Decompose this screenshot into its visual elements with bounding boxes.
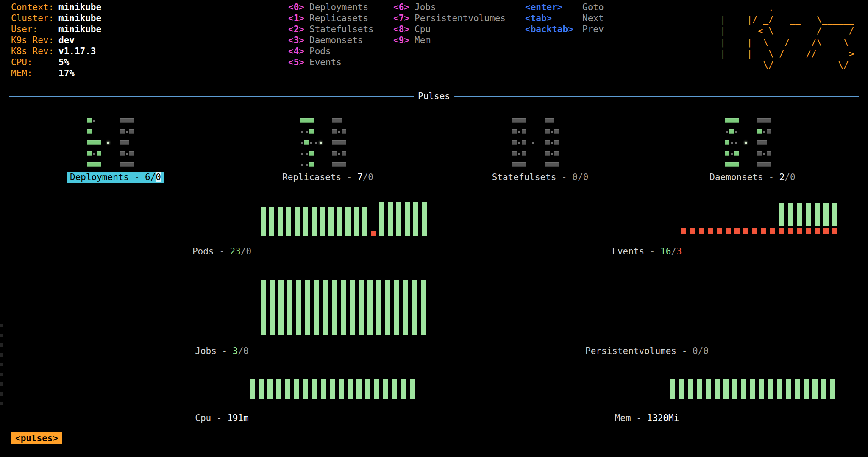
mem-label: MEM: <box>11 68 58 79</box>
pixel-cell <box>318 115 323 126</box>
pixel-cell <box>318 148 323 159</box>
pixel-cell <box>134 126 139 137</box>
pods-sparkline-chart[interactable] <box>261 202 427 236</box>
menu-item-next[interactable]: <tab> Next <box>525 13 604 24</box>
events-column <box>681 202 686 234</box>
pulse-bar <box>285 379 290 399</box>
label-segment: 2 <box>779 172 785 182</box>
pixel-cell <box>559 148 564 159</box>
menu-item-cpu[interactable]: <8> Cpu <box>393 24 506 35</box>
pixel-cell <box>550 115 554 126</box>
pixel-cell <box>101 148 106 159</box>
pulse-bar <box>723 379 729 399</box>
pixel-cell <box>300 159 304 170</box>
pixel-cell <box>522 159 526 170</box>
menu-item-replicasets[interactable]: <1> Replicasets <box>288 13 374 24</box>
cluster-info-row: MEM: 17% <box>11 68 101 79</box>
menu-item-goto[interactable]: <enter> Goto <box>525 2 604 13</box>
pixel-cell <box>139 115 143 126</box>
pulse-bar <box>339 379 344 399</box>
jobs-sparkline-chart[interactable] <box>261 280 426 335</box>
pixel-cell <box>550 126 554 137</box>
events-sparkline-chart[interactable] <box>681 202 837 234</box>
pixel-cell <box>564 137 568 148</box>
pixel-cell <box>545 126 550 137</box>
user-label: User: <box>11 24 58 35</box>
cluster-info-header: Context: minikube Cluster: minikube User… <box>11 2 101 79</box>
pixel-cell <box>332 126 337 137</box>
pulse-bar <box>830 379 835 399</box>
pixel-cell <box>115 137 120 148</box>
pulse-bar <box>396 202 401 236</box>
pixel-cell <box>111 137 115 148</box>
menu-item-daemonsets[interactable]: <3> Daemonsets <box>288 35 374 46</box>
cpu-sparkline-chart[interactable] <box>250 379 415 399</box>
menu-item-deployments[interactable]: <0> Deployments <box>288 2 374 13</box>
label-segment: / <box>671 246 676 256</box>
events-column <box>699 202 704 234</box>
pixel-cell <box>304 148 309 159</box>
pulse-tile-statefulsets[interactable]: Statefulsets - 0/0 <box>492 115 589 183</box>
pixel-cell <box>304 159 309 170</box>
pulse-bar <box>759 379 764 399</box>
menu-item-events[interactable]: <5> Events <box>288 57 374 68</box>
cpu-label: Cpu - 191m <box>9 412 434 424</box>
pulses-panel-title: Pulses <box>414 91 454 102</box>
fault-dot <box>806 228 811 234</box>
pulse-bar <box>410 379 415 399</box>
menu-item-jobs[interactable]: <6> Jobs <box>393 2 506 13</box>
menu-item-prev[interactable]: <backtab> Prev <box>525 24 604 35</box>
pulse-tile-sparkline <box>725 115 781 170</box>
fault-dot <box>823 228 829 234</box>
pulse-tile-replicasets[interactable]: Replicasets - 7/0 <box>282 115 373 183</box>
menu-item-pods[interactable]: <4> Pods <box>288 46 374 57</box>
hotkey-8: <8> <box>393 24 415 35</box>
pulse-tile-daemonsets[interactable]: Daemonsets - 2/0 <box>709 115 795 183</box>
pulse-bar <box>328 207 334 236</box>
menu-item-statefulsets[interactable]: <2> Statefulsets <box>288 24 374 35</box>
pulse-tile-deployments[interactable]: Deployments - 6/0 <box>67 115 164 183</box>
pixel-cell <box>87 159 92 170</box>
pixel-cell <box>92 126 97 137</box>
pixel-cell <box>526 159 531 170</box>
menu-item-persistentvolumes[interactable]: <7> Persistentvolumes <box>393 13 506 24</box>
pixel-cell <box>134 115 139 126</box>
pixel-cell <box>753 137 757 148</box>
k9s-rev-label: K9s Rev: <box>11 35 58 46</box>
pulse-bar <box>715 379 720 399</box>
pixel-cell <box>559 137 564 148</box>
hotkey-5: <5> <box>288 57 309 68</box>
hotkey-backtab: <backtab> <box>525 24 582 35</box>
pixel-cell <box>550 137 554 148</box>
pixel-cell <box>309 137 314 148</box>
label-segment: 0 <box>572 172 578 182</box>
pixel-cell <box>743 126 748 137</box>
fault-dot <box>743 228 748 234</box>
pixel-cell <box>125 137 129 148</box>
pixel-cell <box>309 115 314 126</box>
events-column <box>761 202 766 234</box>
pixel-cell <box>337 126 342 137</box>
mem-sparkline-chart[interactable] <box>670 379 835 399</box>
pixel-cell <box>97 137 101 148</box>
pulse-bar <box>303 379 308 399</box>
pixel-cell <box>767 115 771 126</box>
label-segment: 16 <box>660 246 671 256</box>
pixel-cell <box>351 126 356 137</box>
pulses-panel: Pulses Deployments - 6/0Replicasets - 7/… <box>9 96 859 425</box>
pulse-bar <box>261 207 266 236</box>
label-segment: Daemonsets - <box>709 172 779 182</box>
pulses-breadcrumb[interactable]: <pulses> <box>11 432 62 444</box>
fault-dot <box>779 228 784 234</box>
fault-dot <box>681 228 686 234</box>
pixel-cell <box>540 126 545 137</box>
pixel-cell <box>564 148 568 159</box>
pixel-cell <box>748 159 753 170</box>
pulse-bar <box>314 280 319 335</box>
pulse-bar <box>812 379 818 399</box>
pixel-cell <box>351 137 356 148</box>
menu-item-mem[interactable]: <9> Mem <box>393 35 506 46</box>
pixel-cell <box>129 159 134 170</box>
pixel-cell <box>318 159 323 170</box>
pulse-bar <box>379 202 384 236</box>
